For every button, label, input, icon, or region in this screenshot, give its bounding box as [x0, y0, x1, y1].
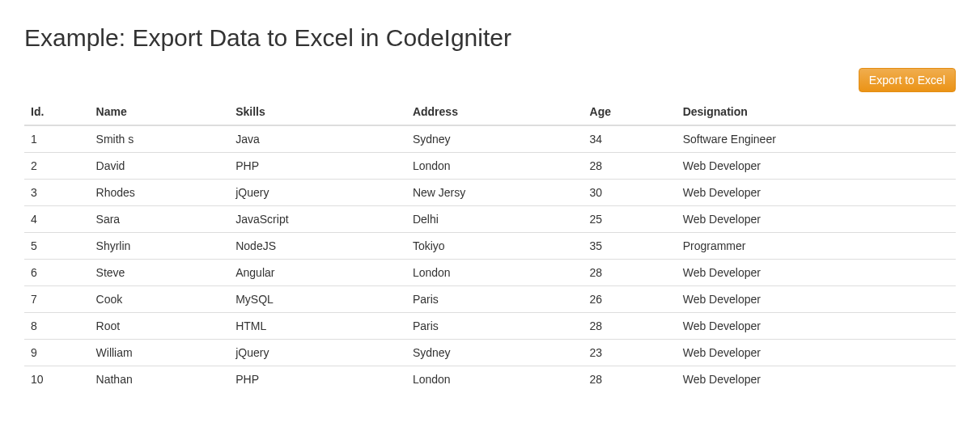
cell-id: 10 [24, 366, 90, 393]
table-row: 10NathanPHPLondon28Web Developer [24, 366, 956, 393]
cell-id: 1 [24, 125, 90, 153]
cell-designation: Web Developer [677, 260, 956, 286]
cell-address: London [406, 260, 583, 286]
cell-name: Sara [90, 206, 230, 233]
header-id: Id. [24, 99, 90, 125]
cell-address: London [406, 153, 583, 180]
cell-name: William [90, 340, 230, 366]
cell-designation: Software Engineer [677, 125, 956, 153]
cell-age: 25 [583, 206, 677, 233]
cell-skills: jQuery [229, 340, 406, 366]
cell-designation: Web Developer [677, 286, 956, 313]
cell-address: New Jersy [406, 180, 583, 206]
cell-name: Nathan [90, 366, 230, 393]
cell-skills: JavaScript [229, 206, 406, 233]
cell-name: Smith s [90, 125, 230, 153]
cell-age: 28 [583, 313, 677, 340]
cell-id: 3 [24, 180, 90, 206]
cell-skills: MySQL [229, 286, 406, 313]
cell-id: 6 [24, 260, 90, 286]
cell-name: Rhodes [90, 180, 230, 206]
page-title: Example: Export Data to Excel in CodeIgn… [24, 24, 956, 52]
cell-address: Sydney [406, 340, 583, 366]
table-row: 4SaraJavaScriptDelhi25Web Developer [24, 206, 956, 233]
table-header-row: Id. Name Skills Address Age Designation [24, 99, 956, 125]
header-address: Address [406, 99, 583, 125]
cell-address: Sydney [406, 125, 583, 153]
table-row: 8RootHTMLParis28Web Developer [24, 313, 956, 340]
cell-address: Paris [406, 286, 583, 313]
cell-age: 28 [583, 260, 677, 286]
header-name: Name [90, 99, 230, 125]
cell-designation: Web Developer [677, 366, 956, 393]
export-to-excel-button[interactable]: Export to Excel [859, 68, 956, 92]
table-row: 7CookMySQLParis26Web Developer [24, 286, 956, 313]
cell-id: 4 [24, 206, 90, 233]
cell-skills: Angular [229, 260, 406, 286]
cell-age: 28 [583, 366, 677, 393]
table-row: 2DavidPHPLondon28Web Developer [24, 153, 956, 180]
data-table: Id. Name Skills Address Age Designation … [24, 99, 956, 392]
cell-age: 23 [583, 340, 677, 366]
cell-name: Steve [90, 260, 230, 286]
cell-address: Delhi [406, 206, 583, 233]
cell-name: Shyrlin [90, 233, 230, 260]
cell-age: 35 [583, 233, 677, 260]
cell-designation: Web Developer [677, 206, 956, 233]
cell-age: 34 [583, 125, 677, 153]
cell-age: 30 [583, 180, 677, 206]
cell-skills: HTML [229, 313, 406, 340]
cell-id: 7 [24, 286, 90, 313]
header-skills: Skills [229, 99, 406, 125]
cell-skills: NodeJS [229, 233, 406, 260]
cell-designation: Web Developer [677, 153, 956, 180]
cell-id: 8 [24, 313, 90, 340]
cell-name: Root [90, 313, 230, 340]
table-row: 5ShyrlinNodeJSTokiyo35Programmer [24, 233, 956, 260]
cell-skills: PHP [229, 366, 406, 393]
cell-age: 28 [583, 153, 677, 180]
table-row: 1Smith sJavaSydney34Software Engineer [24, 125, 956, 153]
cell-designation: Web Developer [677, 340, 956, 366]
cell-age: 26 [583, 286, 677, 313]
cell-skills: jQuery [229, 180, 406, 206]
cell-skills: PHP [229, 153, 406, 180]
table-row: 3RhodesjQueryNew Jersy30Web Developer [24, 180, 956, 206]
cell-id: 2 [24, 153, 90, 180]
header-age: Age [583, 99, 677, 125]
table-row: 9WilliamjQuerySydney23Web Developer [24, 340, 956, 366]
cell-address: Tokiyo [406, 233, 583, 260]
cell-address: Paris [406, 313, 583, 340]
cell-name: Cook [90, 286, 230, 313]
cell-skills: Java [229, 125, 406, 153]
header-designation: Designation [677, 99, 956, 125]
cell-id: 9 [24, 340, 90, 366]
table-row: 6SteveAngularLondon28Web Developer [24, 260, 956, 286]
cell-designation: Web Developer [677, 313, 956, 340]
cell-address: London [406, 366, 583, 393]
toolbar: Export to Excel [24, 68, 956, 92]
cell-name: David [90, 153, 230, 180]
cell-id: 5 [24, 233, 90, 260]
cell-designation: Web Developer [677, 180, 956, 206]
cell-designation: Programmer [677, 233, 956, 260]
